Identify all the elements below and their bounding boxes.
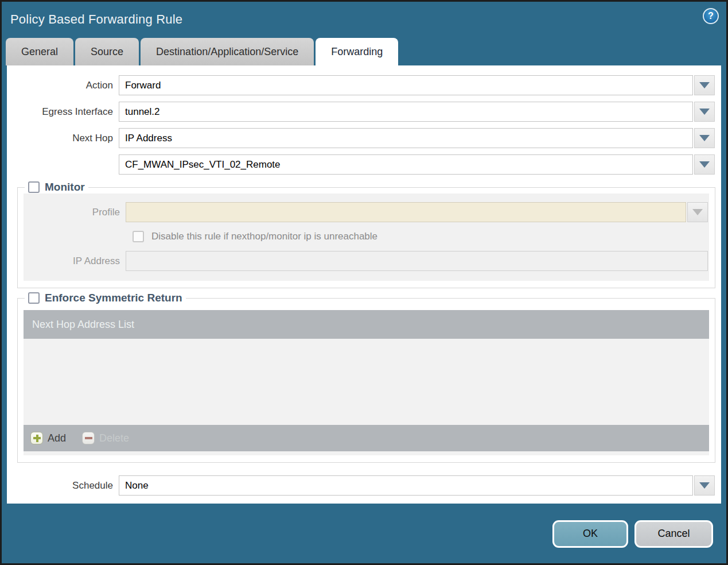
monitor-ip-address-combo bbox=[126, 251, 708, 271]
next-hop-address-list-header: Next Hop Address List bbox=[24, 310, 709, 339]
egress-interface-row: Egress Interface bbox=[7, 102, 721, 122]
chevron-down-icon bbox=[699, 135, 710, 141]
minus-icon bbox=[82, 432, 95, 444]
next-hop-dropdown-button[interactable] bbox=[694, 128, 715, 148]
next-hop-row: Next Hop bbox=[7, 128, 721, 148]
chevron-down-icon bbox=[692, 209, 703, 215]
monitor-ip-address-label: IP Address bbox=[24, 256, 126, 267]
enforce-symmetric-return-section: Enforce Symmetric Return Next Hop Addres… bbox=[17, 292, 715, 463]
egress-interface-dropdown-button[interactable] bbox=[694, 102, 715, 122]
profile-row: Profile bbox=[24, 202, 709, 222]
tab-destination-application-service[interactable]: Destination/Application/Service bbox=[141, 38, 314, 65]
egress-interface-label: Egress Interface bbox=[7, 106, 119, 118]
pbf-rule-dialog: Policy Based Forwarding Rule ? General S… bbox=[0, 0, 728, 565]
next-hop-address-row bbox=[7, 154, 721, 175]
next-hop-combo bbox=[119, 128, 715, 148]
plus-icon bbox=[30, 432, 43, 444]
monitor-legend: Monitor bbox=[25, 181, 88, 194]
egress-interface-combo bbox=[119, 102, 715, 122]
action-row: Action bbox=[7, 75, 721, 95]
profile-label: Profile bbox=[24, 207, 126, 218]
chevron-down-icon bbox=[699, 482, 710, 489]
delete-button-label: Delete bbox=[99, 432, 129, 444]
next-hop-address-input[interactable] bbox=[119, 154, 693, 175]
next-hop-address-list-table: Next Hop Address List Add Delete bbox=[24, 310, 709, 455]
next-hop-address-list-toolbar: Add Delete bbox=[24, 425, 709, 451]
monitor-ip-address-row: IP Address bbox=[24, 251, 709, 271]
dialog-title: Policy Based Forwarding Rule bbox=[10, 12, 182, 27]
tab-content-forwarding: Action Egress Interface Next Hop bbox=[7, 65, 721, 504]
monitor-ip-address-input bbox=[126, 251, 708, 271]
dialog-titlebar: Policy Based Forwarding Rule ? bbox=[2, 2, 726, 37]
disable-rule-checkbox bbox=[133, 231, 144, 242]
add-button-label: Add bbox=[48, 432, 66, 444]
action-dropdown-button[interactable] bbox=[694, 75, 715, 95]
schedule-dropdown-button[interactable] bbox=[694, 475, 715, 496]
action-combo bbox=[119, 75, 715, 95]
disable-rule-label: Disable this rule if nexthop/monitor ip … bbox=[151, 231, 377, 242]
help-icon[interactable]: ? bbox=[703, 8, 719, 24]
action-input[interactable] bbox=[119, 75, 693, 95]
ok-button[interactable]: OK bbox=[552, 520, 628, 548]
next-hop-label: Next Hop bbox=[7, 133, 119, 144]
chevron-down-icon bbox=[699, 109, 710, 115]
schedule-input[interactable] bbox=[119, 475, 693, 496]
next-hop-address-combo bbox=[119, 154, 715, 175]
profile-input bbox=[126, 202, 686, 222]
profile-dropdown-button bbox=[687, 202, 708, 222]
enforce-symmetric-return-legend: Enforce Symmetric Return bbox=[25, 292, 186, 304]
table-bottom-strip bbox=[24, 451, 709, 455]
schedule-combo bbox=[119, 475, 715, 496]
tab-general[interactable]: General bbox=[6, 38, 73, 65]
monitor-checkbox[interactable] bbox=[28, 181, 40, 193]
chevron-down-icon bbox=[699, 161, 710, 168]
tab-source[interactable]: Source bbox=[75, 38, 139, 65]
next-hop-address-list-body[interactable] bbox=[24, 339, 709, 425]
monitor-panel: Profile Disable this rule if nexthop/mon… bbox=[24, 194, 709, 281]
schedule-row: Schedule bbox=[7, 475, 721, 496]
dialog-footer: OK Cancel bbox=[2, 504, 726, 563]
chevron-down-icon bbox=[699, 82, 710, 88]
enforce-symmetric-return-checkbox[interactable] bbox=[28, 292, 40, 304]
next-hop-address-dropdown-button[interactable] bbox=[694, 154, 715, 175]
egress-interface-input[interactable] bbox=[119, 102, 693, 122]
next-hop-type-input[interactable] bbox=[119, 128, 693, 148]
tab-forwarding[interactable]: Forwarding bbox=[316, 38, 398, 65]
enforce-symmetric-return-title: Enforce Symmetric Return bbox=[45, 292, 182, 304]
delete-button: Delete bbox=[82, 432, 129, 444]
profile-combo bbox=[126, 202, 708, 222]
action-label: Action bbox=[7, 80, 119, 91]
monitor-title: Monitor bbox=[45, 181, 85, 194]
monitor-section: Monitor Profile Disable this rule if nex… bbox=[17, 181, 715, 288]
schedule-label: Schedule bbox=[7, 480, 119, 492]
add-button[interactable]: Add bbox=[30, 432, 66, 444]
tab-bar: General Source Destination/Application/S… bbox=[2, 37, 726, 65]
disable-rule-row: Disable this rule if nexthop/monitor ip … bbox=[133, 231, 709, 242]
cancel-button[interactable]: Cancel bbox=[634, 520, 713, 548]
